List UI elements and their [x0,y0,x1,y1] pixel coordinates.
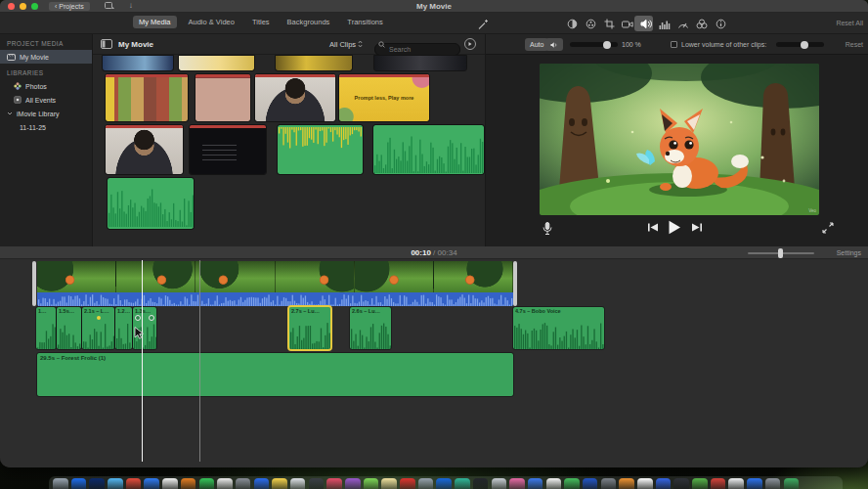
audio-clip[interactable]: 2.7s – Lu… [289,307,330,349]
dock-app-icon[interactable] [400,478,415,489]
media-thumbnail-terminal[interactable] [190,125,266,174]
audio-clip[interactable]: 1.5s… [57,307,81,349]
tab-titles[interactable]: Titles [246,16,276,28]
volume-slider[interactable] [570,42,618,47]
reset-all-button[interactable]: Reset All [836,20,863,26]
timeline-zoom-slider[interactable] [748,252,814,254]
dock-app-icon[interactable] [162,478,178,489]
crop-icon[interactable] [602,18,616,30]
lower-volume-slider-thumb[interactable] [801,41,808,49]
dock-app-icon[interactable] [637,478,653,489]
sidebar-item-photos[interactable]: Photos [0,79,92,93]
media-thumbnail-partial[interactable] [374,56,466,70]
dock-app-icon[interactable] [528,478,543,489]
tab-backgrounds[interactable]: Backgrounds [282,16,336,28]
dock-app-icon[interactable] [747,478,762,489]
dock-app-icon[interactable] [199,478,215,489]
dock-app-icon[interactable] [436,478,452,489]
play-button[interactable] [668,220,681,235]
effects-icon[interactable] [695,18,709,30]
dock-app-icon[interactable] [108,478,123,489]
media-thumbnail-partial[interactable] [276,56,352,70]
dock-app-icon[interactable] [290,478,306,489]
dock-app-icon[interactable] [765,478,781,489]
noise-reduction-icon[interactable] [658,18,672,30]
dock-app-icon[interactable] [309,478,325,489]
dock-app-icon[interactable] [71,478,87,489]
tab-audio-video[interactable]: Audio & Video [183,16,240,28]
timeline-zoom-thumb[interactable] [778,248,783,258]
dock-app-icon[interactable] [564,478,580,489]
dock-app-icon[interactable] [546,478,562,489]
media-thumbnail-audio[interactable] [108,178,194,229]
lower-volume-slider[interactable] [776,42,824,47]
volume-icon[interactable] [639,18,653,30]
playhead[interactable] [142,260,143,462]
dock-app-icon[interactable] [473,478,489,489]
timeline[interactable]: 1…1.5s…2.1s – L…1.2…1.3s…2.7s – Lu…2.6s … [0,259,868,467]
fullscreen-icon[interactable] [822,222,834,234]
dock-app-icon[interactable] [619,478,634,489]
volume-slider-thumb[interactable] [603,41,611,49]
search-input[interactable] [374,43,460,56]
sidebar-item-all-events[interactable]: All Events [0,93,92,107]
search-field[interactable] [374,38,460,51]
tab-transitions[interactable]: Transitions [341,16,388,28]
dock-app-icon[interactable] [381,478,397,489]
audio-clip[interactable]: 1… [36,307,56,349]
dock-app-icon[interactable] [509,478,525,489]
timeline-settings-button[interactable]: Settings [837,249,861,256]
dock-app-icon[interactable] [144,478,159,489]
dock-app-icon[interactable] [272,478,287,489]
stabilization-icon[interactable] [621,18,634,30]
media-thumbnail-partial[interactable] [103,56,173,70]
dock-app-icon[interactable] [711,478,726,489]
sidebar-item-imovie-library[interactable]: iMovie Library [0,107,92,120]
media-thumbnail-audio-yellow[interactable] [278,125,363,174]
audio-clip[interactable]: 4.7s – Bobo Voice [513,307,604,349]
dock-app-icon[interactable] [364,478,379,489]
media-thumbnail-partial[interactable] [179,56,254,70]
mute-button[interactable] [545,38,563,51]
info-icon[interactable] [714,18,727,30]
color-correction-icon[interactable] [584,18,597,30]
clip-trim-handle-left[interactable] [32,261,36,306]
background-music-clip[interactable]: 29.5s – Forest Frolic (1) [37,353,513,396]
sidebar-item-my-movie[interactable]: My Movie [0,50,92,64]
dock-app-icon[interactable] [601,478,617,489]
dock-app-icon[interactable] [236,478,251,489]
dock-app-icon[interactable] [89,478,105,489]
color-balance-icon[interactable] [565,18,579,30]
speed-icon[interactable] [676,18,690,30]
clip-filter-dropdown[interactable]: All Clips [329,40,363,49]
audio-clip[interactable]: 2.1s – L… [82,307,114,349]
lower-volume-checkbox[interactable] [671,41,677,48]
media-thumbnail-collage[interactable] [106,74,188,121]
next-frame-button[interactable] [691,222,703,233]
dock-app-icon[interactable] [53,478,68,489]
media-thumbnail-webcam[interactable] [106,125,183,174]
dock-app-icon[interactable] [418,478,434,489]
media-thumbnail-document[interactable] [195,74,250,121]
tab-my-media[interactable]: My Media [133,16,177,28]
dock-app-icon[interactable] [692,478,708,489]
dock-app-icon[interactable] [656,478,672,489]
media-thumbnail-slide[interactable]: Prompt less, Play more [339,74,429,121]
dock-app-icon[interactable] [345,478,361,489]
dock-app-icon[interactable] [728,478,744,489]
previous-frame-button[interactable] [647,222,659,233]
video-clip-filmstrip[interactable] [37,261,513,292]
media-thumbnail-webcam[interactable] [255,74,335,121]
audio-clip[interactable]: 1.2… [115,307,132,349]
sidebar-item-event-date[interactable]: 11-11-25 [0,120,92,134]
reset-volume-button[interactable]: Reset [846,41,863,48]
enhance-wand-icon[interactable] [476,18,490,30]
video-clip-audio-waveform[interactable] [37,292,513,306]
dock-app-icon[interactable] [673,478,689,489]
dock-app-icon[interactable] [492,478,507,489]
audio-clip[interactable]: 2.6s – Lu… [350,307,391,349]
dock-app-icon[interactable] [583,478,598,489]
dock-app-icon[interactable] [181,478,196,489]
dock-app-icon[interactable] [784,478,800,489]
circular-arrow-icon[interactable] [464,38,476,50]
